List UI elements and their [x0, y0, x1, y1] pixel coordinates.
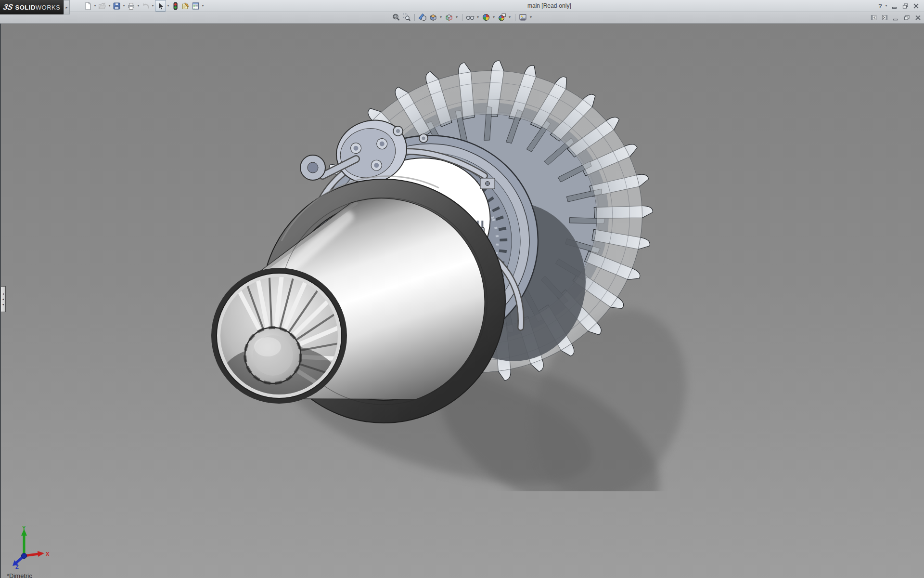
pane-left-icon	[871, 14, 877, 21]
minimize-document-button[interactable]	[892, 13, 899, 21]
title-bar: ▾ ▾ ▾ ▾	[0, 0, 924, 12]
section-view-icon	[418, 13, 427, 22]
hide-show-items-button[interactable]	[465, 12, 475, 23]
restore-document-icon	[904, 14, 910, 21]
zoom-to-fit-button[interactable]	[391, 12, 401, 23]
sketch-note-icon	[181, 2, 190, 10]
featuremanager-collapsed-tab[interactable]: ◂ ◂ ◂	[1, 286, 6, 312]
jet-engine-model	[169, 58, 699, 491]
document-window-controls	[870, 12, 922, 23]
triad-y-label: Y	[22, 525, 26, 531]
open-button[interactable]	[97, 0, 107, 11]
help-icon: ?	[878, 2, 882, 10]
select-cursor-icon	[156, 2, 165, 10]
edit-appearance-caret[interactable]: ▾	[492, 12, 496, 23]
pane-right-icon	[882, 14, 888, 21]
graphics-viewport[interactable]: ◂ ◂ ◂ Y X Z *Dimetric	[0, 23, 924, 578]
help-button[interactable]: ?	[878, 2, 882, 10]
sketch-button[interactable]	[180, 0, 191, 11]
small-block	[480, 178, 495, 189]
zoom-to-area-icon	[402, 13, 411, 22]
view-orientation-label: *Dimetric	[7, 572, 32, 578]
main-toolbar: ▾ ▾ ▾ ▾	[83, 0, 205, 11]
save-caret[interactable]: ▾	[122, 0, 126, 11]
display-style-icon	[445, 13, 453, 22]
save-button[interactable]	[112, 0, 122, 11]
restore-document-button[interactable]	[903, 13, 911, 21]
minimize-icon	[892, 3, 898, 9]
titlebar-controls: ? ▾	[878, 0, 920, 12]
help-caret[interactable]: ▾	[884, 0, 888, 11]
view-settings-caret[interactable]: ▾	[529, 12, 533, 23]
close-icon	[913, 3, 919, 9]
apply-scene-caret[interactable]: ▾	[508, 12, 512, 23]
tab-arrow-icon: ◂	[2, 303, 4, 306]
brand-mark: 3S	[2, 3, 13, 12]
brand-name-bold: SOLID	[15, 4, 36, 11]
open-folder-icon	[98, 2, 106, 10]
print-icon	[127, 2, 135, 10]
triad-x-label: X	[46, 551, 50, 557]
traffic-light-icon	[171, 2, 180, 10]
view-settings-icon	[519, 13, 527, 22]
zoom-to-area-button[interactable]	[402, 12, 411, 23]
apply-scene-button[interactable]	[497, 12, 507, 23]
brand-name-light: WORKS	[36, 4, 61, 11]
headsup-view-toolbar: ▾ ▾ ▾ ▾	[0, 12, 924, 23]
display-style-button[interactable]	[444, 12, 454, 23]
new-caret[interactable]: ▾	[93, 0, 97, 11]
open-caret[interactable]: ▾	[107, 0, 112, 11]
restore-button[interactable]	[901, 1, 910, 10]
menu-flyout-tab[interactable]: ▸	[64, 0, 70, 14]
minimize-document-icon	[893, 14, 899, 21]
undo-icon	[141, 2, 150, 10]
display-style-caret[interactable]: ▾	[455, 12, 459, 23]
apply-scene-icon	[498, 13, 506, 22]
solidworks-logo: 3S SOLID WORKS	[0, 0, 67, 14]
select-button[interactable]	[155, 0, 166, 12]
checklist-icon	[192, 2, 200, 10]
view-toolbar-bar: ▾ ▾ ▾ ▾	[0, 12, 924, 24]
section-view-button[interactable]	[418, 12, 427, 23]
edit-color-button[interactable]	[170, 0, 180, 11]
view-orientation-icon	[429, 13, 437, 22]
restore-icon	[902, 3, 909, 9]
options-caret[interactable]: ▾	[201, 0, 205, 11]
print-caret[interactable]: ▾	[136, 0, 141, 11]
close-document-icon	[915, 14, 921, 21]
close-document-button[interactable]	[914, 13, 922, 21]
view-settings-button[interactable]	[518, 12, 528, 23]
expand-taskpane-button[interactable]	[881, 13, 888, 21]
undo-button[interactable]	[141, 0, 151, 11]
toolbar-separator	[515, 14, 515, 21]
minimize-button[interactable]	[890, 1, 899, 10]
toolbar-separator	[414, 14, 415, 21]
edit-appearance-button[interactable]	[481, 12, 491, 23]
save-icon	[113, 2, 121, 10]
print-button[interactable]	[126, 0, 136, 11]
options-button[interactable]	[191, 0, 201, 11]
triad-z-label: Z	[15, 564, 19, 569]
flyout-arrow-icon: ▸	[65, 5, 67, 10]
new-document-button[interactable]	[83, 0, 93, 11]
collapse-featuremanager-button[interactable]	[870, 13, 877, 21]
tab-arrow-icon: ◂	[2, 298, 4, 301]
close-button[interactable]	[911, 1, 920, 10]
view-orientation-button[interactable]	[428, 12, 438, 23]
select-caret[interactable]: ▾	[166, 0, 170, 11]
tab-arrow-icon: ◂	[2, 292, 4, 295]
toolbar-separator	[462, 14, 462, 21]
view-orientation-caret[interactable]: ▾	[439, 12, 443, 23]
undo-caret[interactable]: ▾	[151, 0, 155, 11]
appearance-ball-icon	[482, 13, 490, 22]
eyeglasses-icon	[466, 13, 475, 22]
document-title: main [Read-only]	[527, 2, 571, 9]
new-document-icon	[84, 2, 92, 10]
reference-triad: Y X Z	[9, 525, 52, 569]
hide-show-caret[interactable]: ▾	[476, 12, 480, 23]
zoom-to-fit-icon	[392, 13, 400, 22]
